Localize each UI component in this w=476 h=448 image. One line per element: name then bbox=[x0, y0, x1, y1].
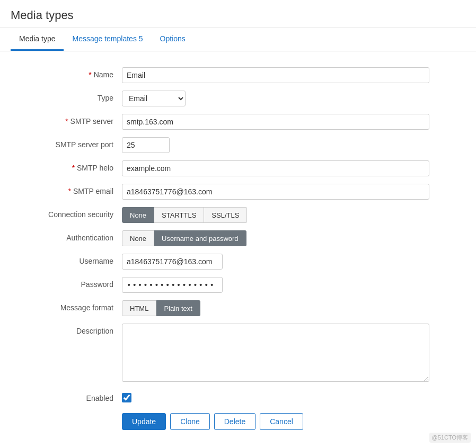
enabled-label: Enabled bbox=[11, 391, 122, 402]
type-row: Type Email SMS Webhook bbox=[11, 91, 465, 106]
name-row: * Name bbox=[11, 67, 465, 83]
username-row: Username bbox=[11, 254, 465, 270]
conn-sec-starttls-btn[interactable]: STARTTLS bbox=[154, 207, 204, 223]
name-input[interactable] bbox=[122, 67, 429, 83]
smtp-helo-label: * SMTP helo bbox=[11, 160, 122, 172]
conn-sec-none-btn[interactable]: None bbox=[122, 207, 154, 223]
page-title: Media types bbox=[11, 8, 465, 22]
smtp-helo-row: * SMTP helo bbox=[11, 160, 465, 176]
tabs-bar: Media type Message templates 5 Options bbox=[0, 28, 476, 51]
tab-message-templates[interactable]: Message templates 5 bbox=[64, 28, 151, 51]
message-format-group: HTML Plain text bbox=[122, 300, 429, 316]
message-format-row: Message format HTML Plain text bbox=[11, 300, 465, 316]
action-buttons: Update Clone Delete Cancel bbox=[11, 413, 465, 430]
enabled-row: Enabled bbox=[11, 391, 465, 402]
clone-button[interactable]: Clone bbox=[170, 413, 210, 430]
smtp-server-row: * SMTP server bbox=[11, 114, 465, 130]
username-input[interactable] bbox=[122, 254, 223, 270]
username-label: Username bbox=[11, 254, 122, 265]
message-format-label: Message format bbox=[11, 300, 122, 312]
authentication-label: Authentication bbox=[11, 230, 122, 242]
type-label: Type bbox=[11, 91, 122, 102]
tab-options[interactable]: Options bbox=[152, 28, 194, 51]
format-html-btn[interactable]: HTML bbox=[122, 300, 156, 316]
description-row: Description bbox=[11, 324, 465, 383]
smtp-server-label: * SMTP server bbox=[11, 114, 122, 126]
type-select[interactable]: Email SMS Webhook bbox=[122, 91, 186, 106]
password-input[interactable] bbox=[122, 277, 223, 293]
smtp-port-label: SMTP server port bbox=[11, 137, 122, 149]
authentication-group: None Username and password bbox=[122, 230, 429, 246]
tab-media-type[interactable]: Media type bbox=[11, 28, 64, 51]
update-button[interactable]: Update bbox=[122, 413, 166, 430]
password-row: Password bbox=[11, 277, 465, 293]
auth-none-btn[interactable]: None bbox=[122, 230, 154, 246]
smtp-email-row: * SMTP email bbox=[11, 184, 465, 200]
auth-userpass-btn[interactable]: Username and password bbox=[154, 230, 246, 246]
delete-button[interactable]: Delete bbox=[214, 413, 255, 430]
enabled-checkbox[interactable] bbox=[122, 393, 131, 402]
format-plaintext-btn[interactable]: Plain text bbox=[156, 300, 200, 316]
connection-security-label: Connection security bbox=[11, 207, 122, 219]
description-label: Description bbox=[11, 324, 122, 335]
smtp-email-input[interactable] bbox=[122, 184, 429, 200]
smtp-email-label: * SMTP email bbox=[11, 184, 122, 195]
form-container: * Name Type Email SMS Webhook * SMTP ser… bbox=[0, 62, 476, 441]
name-label: * Name bbox=[11, 67, 122, 79]
connection-security-row: Connection security None STARTTLS SSL/TL… bbox=[11, 207, 465, 223]
smtp-port-input[interactable] bbox=[122, 137, 170, 153]
watermark: @51CTO博客 bbox=[429, 433, 471, 441]
message-templates-badge: 5 bbox=[139, 34, 143, 43]
smtp-port-row: SMTP server port bbox=[11, 137, 465, 153]
password-label: Password bbox=[11, 277, 122, 289]
page-header: Media types bbox=[0, 0, 476, 28]
smtp-server-input[interactable] bbox=[122, 114, 429, 130]
conn-sec-ssltls-btn[interactable]: SSL/TLS bbox=[204, 207, 247, 223]
connection-security-group: None STARTTLS SSL/TLS bbox=[122, 207, 429, 223]
cancel-button[interactable]: Cancel bbox=[260, 413, 303, 430]
authentication-row: Authentication None Username and passwor… bbox=[11, 230, 465, 246]
smtp-helo-input[interactable] bbox=[122, 160, 429, 176]
description-textarea[interactable] bbox=[122, 324, 429, 382]
